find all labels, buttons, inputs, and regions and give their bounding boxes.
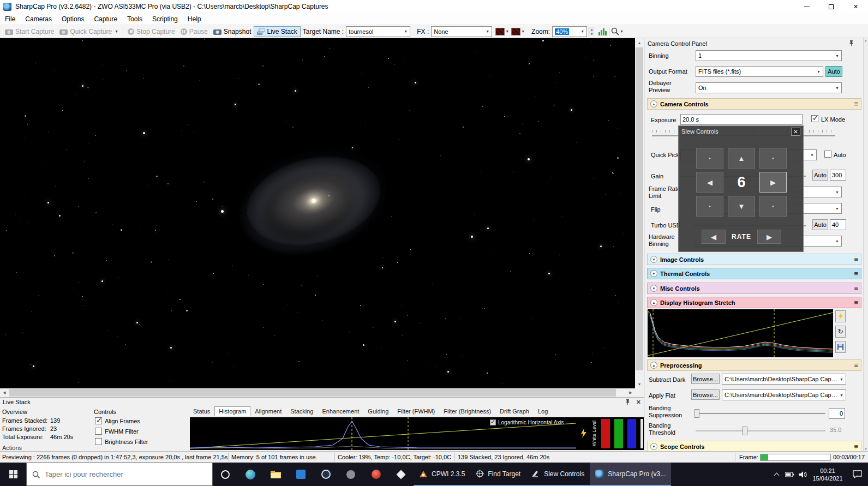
section-menu-icon[interactable]: ≡ (854, 255, 858, 263)
photos-app-icon[interactable] (288, 463, 313, 486)
banding-suppression-slider[interactable] (696, 413, 825, 414)
tab-alignment[interactable]: Alignment (250, 406, 286, 416)
tab-filter-brightness[interactable]: Filter (Brightness) (439, 406, 495, 416)
target-name-combobox[interactable]: tournesol ▼ (346, 26, 410, 37)
histogram-toolbar-icon[interactable] (598, 28, 607, 35)
section-camera-controls[interactable]: ▲ Camera Controls ≡ (647, 98, 861, 110)
close-button[interactable]: × (843, 0, 868, 13)
expand-icon[interactable]: ▼ (650, 256, 657, 263)
start-capture-button[interactable]: Start Capture (2, 27, 57, 37)
output-format-combobox[interactable]: FITS files (*.fits)▼ (696, 66, 823, 77)
turbo-usb-auto-button[interactable]: Auto (812, 219, 828, 230)
gain-auto-button[interactable]: Auto (812, 170, 828, 181)
banding-suppression-thumb[interactable] (695, 409, 699, 418)
exposure-input[interactable]: 20,0 s (680, 114, 803, 125)
zoom-combobox[interactable]: 40% ▼ (552, 26, 587, 37)
pause-button[interactable]: Pause (178, 27, 211, 37)
scroll-up-icon[interactable]: ▲ (635, 38, 644, 47)
section-scope-controls[interactable]: ▼ Scope Controls ≡ (647, 441, 861, 451)
maximize-button[interactable] (819, 0, 843, 13)
slew-right-button[interactable]: ▶ (759, 172, 787, 193)
display-histogram-plot[interactable] (648, 309, 833, 357)
tray-chevron-up-icon[interactable] (770, 463, 783, 486)
rate-decrease-button[interactable]: ◀ (702, 230, 726, 244)
gray-app-icon[interactable] (338, 463, 363, 486)
banding-threshold-thumb[interactable] (743, 427, 747, 435)
banding-threshold-slider[interactable] (696, 430, 825, 431)
search-input[interactable] (45, 470, 187, 478)
vertical-scrollbar[interactable]: ▲ ▼ (635, 38, 644, 388)
menu-help[interactable]: Help (183, 14, 206, 25)
log-axis-checkbox-row[interactable]: Logarithmic Horizontal Axis (490, 419, 564, 425)
stop-capture-button[interactable]: Stop Capture (125, 27, 178, 37)
section-misc-controls[interactable]: ▼ Misc Controls ≡ (647, 283, 861, 294)
spinner-down-icon[interactable]: ▼ (589, 32, 594, 36)
flat-frame-swatch-button[interactable] (511, 28, 520, 35)
menu-options[interactable]: Options (57, 14, 89, 25)
tab-guiding[interactable]: Guiding (363, 406, 393, 416)
debayer-preview-combobox[interactable]: On▼ (696, 82, 842, 93)
section-menu-icon[interactable]: ≡ (854, 442, 858, 451)
section-thermal-controls[interactable]: ▼ Thermal Controls ≡ (647, 268, 861, 279)
pin-icon[interactable] (848, 40, 854, 46)
dark-frame-swatch-button[interactable] (495, 28, 505, 35)
edge-icon[interactable] (238, 463, 263, 486)
menu-capture[interactable]: Capture (89, 14, 122, 25)
slew-nw-button[interactable]: • (696, 148, 723, 169)
quick-pick-auto-checkbox[interactable] (824, 151, 831, 158)
apply-flat-path-combobox[interactable]: C:\Users\marcb\Desktop\SharpCap Capt...▼ (722, 389, 846, 400)
binning-combobox[interactable]: 1▼ (696, 50, 842, 61)
align-frames-checkbox[interactable] (95, 417, 102, 424)
live-stack-button[interactable]: Live Stack (254, 26, 300, 37)
vertical-scroll-thumb[interactable] (636, 47, 643, 370)
tab-filter-fwhm[interactable]: Filter (FWHM) (393, 406, 439, 416)
apply-flat-browse-button[interactable]: Browse... (691, 389, 720, 400)
gain-value-box[interactable]: 300 (830, 170, 846, 181)
section-menu-icon[interactable]: ≡ (854, 361, 858, 369)
magnifier-icon[interactable] (611, 27, 619, 35)
section-menu-icon[interactable]: ≡ (854, 269, 858, 278)
quick-capture-button[interactable]: Quick Capture ▼ (57, 27, 121, 37)
horizontal-scrollbar[interactable]: ◀ ▶ (0, 388, 635, 397)
horizontal-scroll-thumb[interactable] (9, 389, 616, 397)
scroll-right-icon[interactable]: ▶ (626, 388, 635, 397)
auto-stretch-button[interactable] (835, 310, 846, 322)
slew-up-button[interactable]: ▲ (728, 148, 755, 169)
scroll-down-icon[interactable]: ▼ (635, 380, 644, 388)
slew-left-button[interactable]: ◀ (696, 172, 723, 193)
taskbar-app-sharpcap[interactable]: SharpCap Pro (v3... (590, 463, 671, 486)
brightness-filter-checkbox[interactable] (95, 438, 102, 445)
cortana-icon[interactable] (213, 463, 238, 486)
lx-mode-checkbox[interactable] (811, 115, 818, 122)
slew-se-button[interactable]: • (759, 196, 787, 217)
zoom-spinner[interactable]: ▲▼ (589, 27, 594, 36)
chevron-down-icon[interactable]: ▼ (505, 29, 509, 33)
rate-increase-button[interactable]: ▶ (757, 230, 781, 244)
expand-icon[interactable]: ▼ (650, 270, 657, 277)
scroll-down-icon[interactable]: ▼ (864, 447, 868, 451)
tab-log[interactable]: Log (534, 406, 552, 416)
taskbar-search[interactable] (26, 463, 213, 486)
menu-file[interactable]: File (0, 14, 20, 25)
section-menu-icon[interactable]: ≡ (854, 298, 858, 307)
slew-down-button[interactable]: ▼ (728, 196, 755, 217)
slew-sw-button[interactable]: • (696, 196, 723, 217)
chevron-down-icon[interactable]: ▼ (620, 29, 624, 33)
collapse-icon[interactable]: ▲ (650, 362, 657, 369)
scroll-left-icon[interactable]: ◀ (0, 388, 9, 397)
save-stretch-button[interactable] (835, 341, 846, 353)
action-center-icon[interactable] (846, 463, 868, 486)
chevron-down-icon[interactable]: ▼ (521, 29, 525, 33)
section-display-histogram-stretch[interactable]: ▲ Display Histogram Stretch ≡ (647, 297, 861, 308)
tab-stacking[interactable]: Stacking (286, 406, 318, 416)
section-menu-icon[interactable]: ≡ (854, 284, 858, 292)
banding-suppression-value-box[interactable]: 0 (829, 408, 845, 419)
subtract-dark-browse-button[interactable]: Browse... (691, 374, 720, 384)
menu-tools[interactable]: Tools (122, 14, 147, 25)
minimize-button[interactable] (794, 0, 819, 13)
copyright-app-icon[interactable] (313, 463, 338, 486)
close-panel-icon[interactable]: ✕ (636, 399, 641, 406)
turbo-usb-value-box[interactable]: 40 (830, 219, 846, 230)
menu-cameras[interactable]: Cameras (20, 14, 57, 25)
taskbar-app-slew-controls[interactable]: Slew Controls (526, 463, 590, 486)
